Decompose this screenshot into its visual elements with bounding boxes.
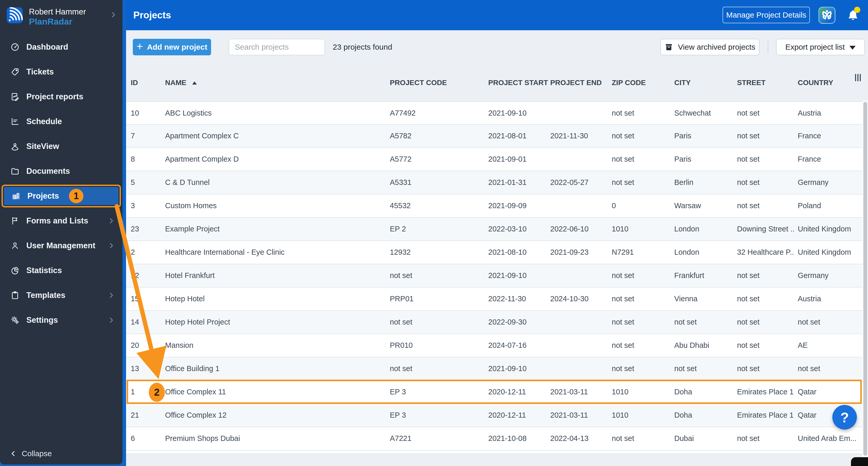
sidebar-item-forms-and-lists[interactable]: Forms and Lists — [0, 208, 122, 233]
column-header-start[interactable]: PROJECT START — [488, 75, 547, 91]
cell-city: Berlin — [674, 171, 734, 194]
sidebar-item-schedule[interactable]: Schedule — [0, 109, 122, 134]
cell-code: A5772 — [390, 148, 486, 171]
account-chevron-right-icon[interactable] — [110, 11, 117, 19]
sidebar-item-dashboard[interactable]: Dashboard — [0, 35, 122, 59]
cell-street: not set — [737, 148, 795, 171]
cell-name: Hotel Frankfurt — [165, 264, 386, 287]
manage-project-details-button[interactable]: Manage Project Details — [722, 7, 810, 23]
table-row[interactable]: 23Example ProjectEP 22022-03-102022-06-1… — [126, 218, 862, 241]
sidebar-item-label: Projects — [27, 192, 59, 201]
cell-street: Emirates Place 1 — [737, 381, 795, 403]
cell-start: 2021-09-10 — [488, 264, 547, 287]
column-header-id[interactable]: ID — [131, 75, 162, 91]
cell-name: Premium Shops Dubai — [165, 427, 386, 450]
sidebar-item-label: Settings — [26, 316, 58, 325]
cell-id: 15 — [131, 288, 162, 310]
table-row[interactable]: 13Office Building 1not set2021-09-10not … — [126, 357, 862, 381]
collapse-button[interactable]: Collapse — [9, 446, 52, 461]
planradar-app: Projects Manage Project Details — [0, 0, 868, 466]
view-archived-projects-button[interactable]: View archived projects — [660, 39, 760, 55]
table-row[interactable]: 12Hotel Frankfurtnot set2021-09-10not se… — [126, 264, 862, 288]
cell-city: Doha — [674, 381, 734, 403]
brand-name: PlanRadar — [29, 17, 72, 27]
cell-code: A77492 — [390, 102, 486, 124]
sidebar: Robert Hammer PlanRadar DashboardTickets… — [0, 0, 122, 464]
column-header-name[interactable]: NAME — [165, 75, 386, 91]
cell-start: 2021-08-10 — [488, 241, 547, 264]
table-row[interactable]: 7Apartment Complex CA57822021-08-012021-… — [126, 125, 862, 148]
table-row[interactable]: 8Apartment Complex DA57722021-09-01not s… — [126, 148, 862, 171]
cell-name: Healthcare International - Eye Clinic — [165, 241, 386, 264]
add-new-project-button[interactable]: + Add new project — [133, 39, 211, 55]
table-row[interactable]: 20MansionPR0102024-07-16not setAbu Dhabi… — [126, 334, 862, 357]
table-row[interactable]: 21Office Complex 12EP 32020-12-112021-03… — [126, 404, 862, 427]
table-row[interactable]: 15Hotep HotelPRP012022-11-302024-10-30no… — [126, 288, 862, 311]
table-row[interactable]: 1Office Complex 11EP 32020-12-112021-03-… — [126, 381, 862, 404]
search-input[interactable] — [228, 39, 325, 55]
export-project-list-button[interactable]: Export project list — [776, 39, 865, 55]
table-row[interactable]: 2Healthcare International - Eye Clinic12… — [126, 241, 862, 264]
table-row[interactable]: 14Hotep Hotel Projectnot set2022-09-30no… — [126, 311, 862, 334]
column-header-street[interactable]: STREET — [737, 75, 795, 91]
buildings-icon — [11, 192, 21, 201]
table-row[interactable]: 10ABC LogisticsA774922021-09-10not setSc… — [126, 101, 862, 125]
help-button[interactable]: ? — [832, 405, 857, 430]
sidebar-item-user-management[interactable]: User Management — [0, 233, 122, 258]
sidebar-item-project-reports[interactable]: Project reports — [0, 84, 122, 109]
flag-icon — [10, 216, 20, 226]
table-row[interactable]: 6Premium Shops DubaiA72212021-10-082022-… — [126, 427, 862, 450]
column-settings-icon[interactable] — [855, 74, 861, 81]
cell-start: 2021-10-08 — [488, 427, 547, 450]
sidebar-item-projects[interactable]: Projects1 — [2, 185, 121, 207]
cell-country: Austria — [798, 288, 861, 310]
cell-zip: not set — [612, 125, 671, 147]
cell-country: Germany — [798, 264, 861, 287]
sidebar-item-templates[interactable]: Templates — [0, 283, 122, 308]
cell-code: EP 3 — [390, 404, 486, 427]
sidebar-nav: DashboardTicketsProject reportsScheduleS… — [0, 35, 122, 332]
cell-id: 6 — [131, 427, 162, 450]
cell-code: PRP01 — [390, 288, 486, 310]
cell-code: A5782 — [390, 125, 486, 147]
cell-end — [550, 357, 609, 380]
export-label: Export project list — [785, 43, 845, 52]
vertical-scrollbar-thumb[interactable] — [863, 102, 867, 456]
cell-code: EP 3 — [390, 381, 486, 403]
gears-icon — [10, 316, 20, 325]
cell-city: Doha — [674, 404, 734, 427]
sidebar-item-tickets[interactable]: Tickets — [0, 59, 122, 84]
sidebar-item-label: Statistics — [26, 266, 62, 275]
column-header-code[interactable]: PROJECT CODE — [390, 75, 486, 91]
planradar-connect-app-icon[interactable] — [818, 7, 835, 24]
chevron-right-icon — [107, 217, 115, 225]
cell-zip: not set — [612, 148, 671, 171]
cell-name: Hotep Hotel — [165, 288, 386, 310]
table-row[interactable]: 5C & D TunnelA53312021-01-312022-05-27no… — [126, 171, 862, 195]
cell-start: 2020-12-11 — [488, 381, 547, 403]
column-header-zip[interactable]: ZIP CODE — [612, 75, 671, 91]
cell-start: 2021-08-01 — [488, 125, 547, 147]
step-2-badge: 2 — [149, 383, 165, 402]
table-row-partial — [126, 450, 862, 454]
sidebar-item-documents[interactable]: Documents — [0, 159, 122, 184]
cell-country: France — [798, 148, 861, 171]
cell-country: not set — [798, 357, 861, 380]
cell-start: 2022-11-30 — [488, 288, 547, 310]
cell-zip: not set — [612, 311, 671, 333]
table-row[interactable]: 3Custom Homes455322021-09-090Warsawnot s… — [126, 195, 862, 218]
cell-code: not set — [390, 264, 486, 287]
cell-code: PR010 — [390, 334, 486, 357]
column-header-end[interactable]: PROJECT END — [550, 75, 609, 91]
column-header-city[interactable]: CITY — [674, 75, 734, 91]
column-header-country[interactable]: COUNTRY — [798, 75, 861, 91]
sidebar-item-settings[interactable]: Settings — [0, 308, 122, 332]
cell-id: 13 — [131, 357, 162, 380]
sidebar-item-statistics[interactable]: Statistics — [0, 258, 122, 283]
sidebar-item-siteview[interactable]: SiteView — [0, 134, 122, 159]
cell-id: 5 — [131, 171, 162, 194]
cell-start: 2021-01-31 — [488, 171, 547, 194]
cell-start: 2021-09-10 — [488, 102, 547, 124]
cell-end — [550, 311, 609, 333]
question-mark-icon: ? — [840, 409, 849, 426]
